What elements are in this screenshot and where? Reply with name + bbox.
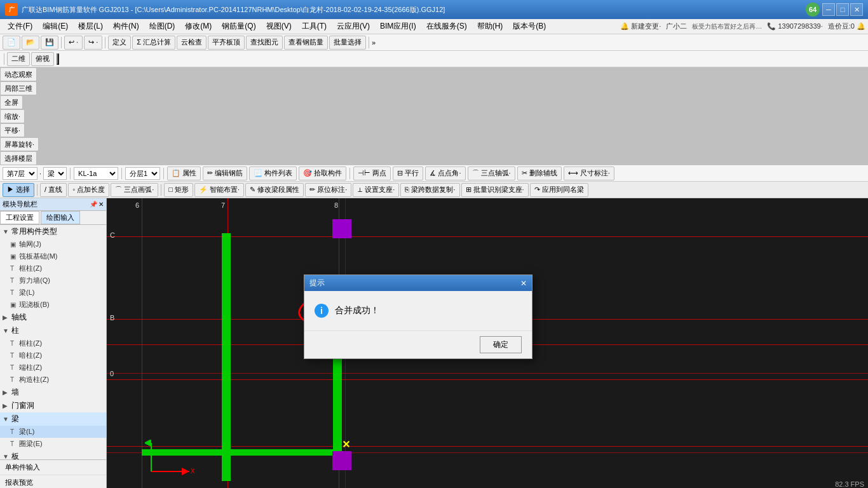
tree-item-endcol[interactable]: T 端柱(Z) bbox=[0, 362, 106, 374]
menu-tools[interactable]: 工具(T) bbox=[297, 20, 332, 33]
dialog-ok-button[interactable]: 确定 bbox=[480, 336, 522, 353]
maximize-button[interactable]: □ bbox=[836, 3, 849, 16]
tab-draw[interactable]: 绘图输入 bbox=[41, 211, 80, 224]
menu-help[interactable]: 帮助(H) bbox=[472, 20, 508, 33]
tree-item-slab-c[interactable]: ▣ 现浇板(B) bbox=[0, 299, 106, 311]
tree-item-hidcol[interactable]: T 暗柱(Z) bbox=[0, 349, 106, 362]
tree-section-wall[interactable]: ▶ 墙 bbox=[0, 386, 106, 399]
rect-btn[interactable]: □ 矩形 bbox=[164, 183, 193, 197]
cloud-check-btn[interactable]: 云检查 bbox=[177, 36, 207, 50]
dialog-close-icon[interactable]: ✕ bbox=[520, 279, 527, 288]
single-component-btn[interactable]: 单构件输入 bbox=[0, 460, 106, 475]
tree-item-conscol[interactable]: T 构造柱(Z) bbox=[0, 374, 106, 386]
tree-item-framecol[interactable]: T 框柱(Z) bbox=[0, 337, 106, 349]
menu-modify[interactable]: 修改(M) bbox=[180, 20, 217, 33]
zoom-btn[interactable]: 缩放· bbox=[0, 109, 25, 123]
sidebar-pin[interactable]: 📌 bbox=[90, 201, 97, 208]
menu-draw[interactable]: 绘图(D) bbox=[144, 20, 180, 33]
view-rebar-btn[interactable]: 查看钢筋量 bbox=[284, 36, 328, 50]
save-btn[interactable]: 💾 bbox=[41, 36, 58, 50]
component-type-select[interactable]: 梁 bbox=[43, 167, 67, 180]
icon-endcol: T bbox=[10, 364, 18, 371]
tree-item-axis[interactable]: ▣ 轴网(J) bbox=[0, 238, 106, 250]
item-beam-label: 梁(L) bbox=[19, 427, 34, 437]
del-aux-btn[interactable]: ✂ 删除辅线 bbox=[517, 166, 562, 180]
tree-section-beam[interactable]: ▼ 梁 bbox=[0, 412, 106, 426]
select-floor-btn[interactable]: 选择楼层 bbox=[0, 151, 37, 165]
layer-select[interactable]: 第7层 bbox=[3, 167, 37, 180]
edit-rebar-btn[interactable]: ✏ 编辑钢筋 bbox=[203, 166, 247, 180]
fullscreen-btn[interactable]: 全屏 bbox=[0, 95, 23, 109]
component-list-btn[interactable]: 📃 构件列表 bbox=[249, 166, 297, 180]
beam-name-select[interactable]: KL-1a bbox=[74, 167, 118, 180]
parallel-btn[interactable]: ⊟ 平行 bbox=[393, 166, 423, 180]
tab-settings[interactable]: 工程设置 bbox=[0, 211, 39, 224]
2d-btn[interactable]: 二维 bbox=[7, 52, 30, 66]
angle-btn[interactable]: ∡ 点点角· bbox=[425, 166, 465, 180]
undo-btn[interactable]: ↩ · bbox=[64, 36, 83, 50]
open-btn[interactable]: 📂 bbox=[22, 36, 39, 50]
menu-cloud[interactable]: 云应用(V) bbox=[332, 20, 375, 33]
tree-item-ringbeam[interactable]: T 圈梁(E) bbox=[0, 438, 106, 450]
menu-component[interactable]: 构件(N) bbox=[108, 20, 144, 33]
arc-draw-btn[interactable]: ⌒ 三点画弧· bbox=[111, 183, 158, 197]
modify-seg-btn[interactable]: ✎ 修改梁段属性 bbox=[245, 183, 304, 197]
arc-btn[interactable]: ⌒ 三点轴弧· bbox=[468, 166, 515, 180]
layer-level-select[interactable]: 分层1 bbox=[125, 167, 160, 180]
tree-item-col-c[interactable]: T 框柱(Z) bbox=[0, 262, 106, 274]
menu-version[interactable]: 版本号(B) bbox=[508, 20, 551, 33]
new-change-btn[interactable]: 🔔 新建变更· bbox=[620, 22, 661, 31]
orbit-btn[interactable]: 动态观察 bbox=[0, 67, 37, 81]
info-icon: i bbox=[315, 304, 329, 318]
tree-section-col[interactable]: ▼ 柱 bbox=[0, 324, 106, 337]
pick-btn[interactable]: 🎯 拾取构件 bbox=[299, 166, 346, 180]
tree-item-beam[interactable]: T 梁(L) bbox=[0, 426, 106, 438]
menu-view[interactable]: 视图(V) bbox=[261, 20, 297, 33]
minimize-button[interactable]: ─ bbox=[822, 3, 835, 16]
redo-btn[interactable]: ↪ · bbox=[84, 36, 102, 50]
top-view-btn[interactable]: 俯视 bbox=[31, 52, 54, 66]
set-support-btn[interactable]: ⊥ 设置支座· bbox=[353, 183, 399, 197]
menu-bim[interactable]: BIM应用(I) bbox=[375, 20, 421, 33]
batch-select-btn[interactable]: 批量选择 bbox=[329, 36, 366, 50]
new-btn[interactable]: 📄 bbox=[3, 36, 20, 50]
sidebar-close[interactable]: ✕ bbox=[98, 201, 104, 208]
smart-layout-btn[interactable]: ⚡ 智能布置· bbox=[194, 183, 244, 197]
tree-section-axis[interactable]: ▶ 轴线 bbox=[0, 311, 106, 324]
report-preview-btn[interactable]: 报表预览 bbox=[0, 475, 106, 488]
calc-btn[interactable]: Σ 汇总计算 bbox=[132, 36, 175, 50]
tree-section-common[interactable]: ▼ 常用构件类型 bbox=[0, 225, 106, 238]
pan-btn[interactable]: 平移· bbox=[0, 123, 25, 137]
local3d-btn[interactable]: 局部三维 bbox=[0, 81, 37, 95]
menu-online[interactable]: 在线服务(S) bbox=[421, 20, 472, 33]
property-btn[interactable]: 📋 属性 bbox=[167, 166, 201, 180]
select-mode-btn[interactable]: ▶ 选择 bbox=[3, 183, 34, 197]
canvas-area[interactable]: 6 7 8 C B 0 ✕ bbox=[107, 198, 868, 488]
batch-support-btn[interactable]: ⊞ 批量识别梁支座· bbox=[461, 183, 529, 197]
icon-framecol: T bbox=[10, 340, 18, 347]
grid-num-6: 6 bbox=[135, 201, 139, 209]
tree-section-door[interactable]: ▶ 门窗洞 bbox=[0, 399, 106, 412]
menu-rebar-qty[interactable]: 钢筋量(Q) bbox=[217, 20, 261, 33]
tree-item-shear-c[interactable]: T 剪力墙(Q) bbox=[0, 274, 106, 287]
dialog-title-bar: 提示 ✕ bbox=[304, 275, 532, 291]
line-btn[interactable]: / 直线 bbox=[40, 183, 67, 197]
two-point-btn[interactable]: ⊣⊢ 两点 bbox=[353, 166, 391, 180]
tree-item-raft[interactable]: ▣ 筏板基础(M) bbox=[0, 250, 106, 262]
in-place-label-btn[interactable]: ✏ 原位标注· bbox=[305, 183, 351, 197]
define-btn[interactable]: 定义 bbox=[108, 36, 131, 50]
copy-span-btn[interactable]: ⎘ 梁跨数据复制· bbox=[400, 183, 459, 197]
menu-edit[interactable]: 编辑(E) bbox=[37, 20, 73, 33]
point-len-btn[interactable]: ◦ 点加长度 bbox=[68, 183, 109, 197]
menu-floor[interactable]: 楼层(L) bbox=[73, 20, 108, 33]
apply-same-name-btn[interactable]: ↷ 应用到同名梁 bbox=[530, 183, 588, 197]
dim-btn[interactable]: ⟷ 尺寸标注· bbox=[564, 166, 614, 180]
section-col-label: 柱 bbox=[11, 325, 19, 336]
tree-item-beam-c[interactable]: T 梁(L) bbox=[0, 287, 106, 299]
align-btn[interactable]: 平齐板顶 bbox=[208, 36, 245, 50]
rotate-btn[interactable]: 屏幕旋转· bbox=[0, 137, 39, 151]
find-btn[interactable]: 查找图元 bbox=[246, 36, 283, 50]
menu-file[interactable]: 文件(F) bbox=[3, 20, 37, 33]
tree-section-slab[interactable]: ▼ 板 bbox=[0, 450, 106, 459]
close-button[interactable]: ✕ bbox=[850, 3, 863, 16]
